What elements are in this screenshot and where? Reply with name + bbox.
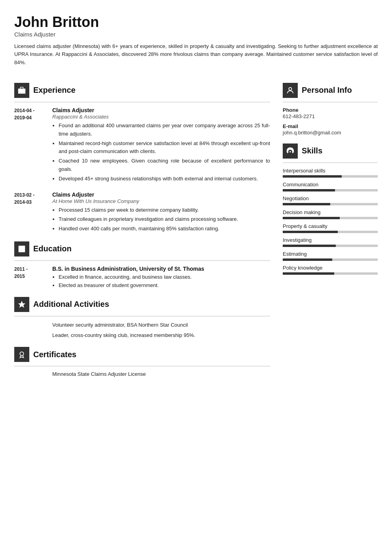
education-entries: 2011 -2015 B.S. in Business Administrati…	[14, 266, 270, 290]
activity-entry-1: Leader, cross-country skiing club, incre…	[14, 331, 270, 340]
svg-point-6	[289, 151, 291, 153]
svg-marker-3	[18, 300, 25, 307]
skill-bar-bg	[283, 245, 378, 247]
exp-dates: 2014-04 -2019-04	[14, 107, 52, 184]
skills-divider	[283, 163, 378, 163]
cert-text: Minnesota State Claims Adjuster License	[52, 371, 270, 377]
education-section-header: Education	[14, 241, 270, 256]
bullet-item: Processed 15 claims per week to determin…	[59, 206, 270, 214]
company-name: At Home With Us Insurance Company	[52, 198, 270, 204]
svg-point-4	[20, 352, 23, 356]
personal-info-heading: Personal Info	[302, 86, 352, 95]
candidate-title: Claims Adjuster	[14, 31, 378, 38]
certificates-heading: Certificates	[33, 350, 76, 359]
candidate-name: John Britton	[14, 14, 378, 30]
bullet-item: Handled over 400 calls per month, mainta…	[59, 225, 270, 233]
skill-bar-bg	[283, 217, 378, 219]
skill-item-1: Communication	[283, 182, 378, 191]
svg-rect-0	[18, 88, 25, 94]
edu-title: B.S. in Business Administration, Univers…	[52, 266, 270, 272]
personal-info-section-header: Personal Info	[283, 83, 378, 98]
skill-name: Estimating	[283, 251, 378, 257]
edu-content: B.S. in Business Administration, Univers…	[52, 266, 270, 290]
activities-section-header: Additional Activities	[14, 297, 270, 312]
experience-icon	[14, 83, 29, 98]
education-heading: Education	[33, 244, 72, 253]
bullet-item: Found an additional 400 unwarranted clai…	[59, 122, 270, 138]
skill-item-3: Decision making	[283, 209, 378, 219]
activity-spacer	[14, 321, 52, 329]
skill-name: Negotiation	[283, 195, 378, 201]
svg-point-5	[289, 88, 291, 90]
skill-bar-fill	[283, 189, 335, 191]
phone-label: Phone	[283, 107, 378, 113]
personal-info-icon	[283, 83, 298, 98]
skill-name: Communication	[283, 182, 378, 188]
experience-entry-0: 2014-04 -2019-04 Claims Adjuster Rappacc…	[14, 107, 270, 184]
activities-icon	[14, 297, 29, 312]
activity-entry-0: Volunteer security administrator, BSA No…	[14, 321, 270, 329]
bullet-item: Coached 10 new employees. Given coaching…	[59, 157, 270, 174]
bullet-item: Developed 45+ strong business relationsh…	[59, 175, 270, 183]
skill-item-6: Estimating	[283, 251, 378, 261]
skill-name: Investigating	[283, 237, 378, 243]
resume-header: John Britton Claims Adjuster Licensed cl…	[14, 14, 378, 67]
experience-heading: Experience	[33, 86, 76, 95]
skills-list: Interpersonal skills Communication Negot…	[283, 168, 378, 275]
phone-value: 612-483-2271	[283, 113, 378, 119]
cert-entries: Minnesota State Claims Adjuster License	[14, 371, 270, 377]
skill-item-0: Interpersonal skills	[283, 168, 378, 178]
activity-spacer	[14, 331, 52, 340]
skill-bar-fill	[283, 175, 342, 178]
experience-divider	[14, 102, 270, 102]
skill-item-2: Negotiation	[283, 195, 378, 205]
activities-heading: Additional Activities	[33, 300, 109, 309]
email-label: E-mail	[283, 123, 378, 129]
skill-name: Policy knowledge	[283, 265, 378, 271]
skill-item-4: Property & casualty	[283, 223, 378, 233]
skill-name: Property & casualty	[283, 223, 378, 229]
skill-bar-fill	[283, 231, 338, 233]
cert-spacer	[14, 371, 52, 377]
cert-entry-0: Minnesota State Claims Adjuster License	[14, 371, 270, 377]
skill-bar-fill	[283, 258, 332, 261]
skill-item-5: Investigating	[283, 237, 378, 247]
education-icon	[14, 241, 29, 256]
skill-bar-fill	[283, 245, 336, 247]
experience-section-header: Experience	[14, 83, 270, 98]
skill-bar-fill	[283, 272, 334, 275]
exp-content: Claims Adjuster Rappaccini & Associates …	[52, 107, 270, 184]
right-column: Personal Info Phone 612-483-2271 E-mail …	[283, 76, 378, 379]
education-divider	[14, 260, 270, 261]
activity-text: Volunteer security administrator, BSA No…	[52, 321, 270, 329]
skill-bar-bg	[283, 231, 378, 233]
job-title: Claims Adjuster	[52, 191, 270, 198]
certificates-divider	[14, 366, 270, 366]
email-value: john.q.britton@gmail.com	[283, 130, 378, 136]
skills-icon	[283, 144, 298, 159]
exp-content: Claims Adjuster At Home With Us Insuranc…	[52, 191, 270, 234]
personal-info-details: Phone 612-483-2271 E-mail john.q.britton…	[283, 107, 378, 136]
skill-bar-bg	[283, 258, 378, 261]
summary-text: Licensed claims adjuster (Minnesota) wit…	[14, 42, 378, 67]
education-entry-0: 2011 -2015 B.S. in Business Administrati…	[14, 266, 270, 290]
experience-entries: 2014-04 -2019-04 Claims Adjuster Rappacc…	[14, 107, 270, 234]
job-title: Claims Adjuster	[52, 107, 270, 113]
left-column: Experience 2014-04 -2019-04 Claims Adjus…	[14, 76, 283, 379]
skill-bar-fill	[283, 203, 330, 205]
skill-bar-bg	[283, 203, 378, 205]
skill-item-7: Policy knowledge	[283, 265, 378, 275]
experience-entry-1: 2013-02 -2014-03 Claims Adjuster At Home…	[14, 191, 270, 234]
personal-info-divider	[283, 102, 378, 102]
activity-entries: Volunteer security administrator, BSA No…	[14, 321, 270, 340]
skill-bar-bg	[283, 175, 378, 178]
skills-heading: Skills	[302, 146, 322, 155]
company-name: Rappaccini & Associates	[52, 114, 270, 120]
bullet-item: Trained colleagues in proprietary invest…	[59, 215, 270, 224]
skill-bar-bg	[283, 189, 378, 191]
certificates-section-header: Certificates	[14, 347, 270, 362]
skills-section-header: Skills	[283, 144, 378, 159]
skill-bar-fill	[283, 217, 340, 219]
skill-bar-bg	[283, 272, 378, 275]
edu-bullet: Excelled in finance, accounting, and bus…	[59, 273, 270, 281]
